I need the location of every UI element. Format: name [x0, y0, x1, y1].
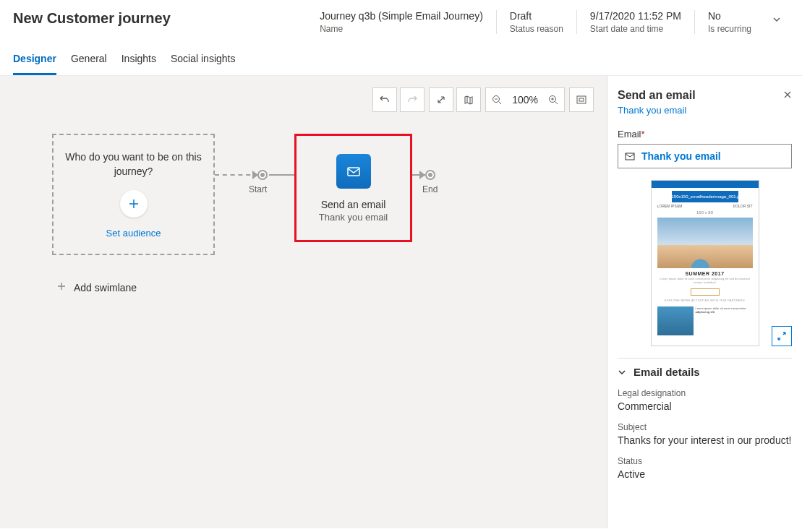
- header-expand-button[interactable]: [764, 10, 789, 32]
- tile-subtitle: Thank you email: [319, 212, 388, 223]
- tab-general[interactable]: General: [71, 47, 107, 75]
- panel-title-row: Send an email: [618, 89, 792, 102]
- panel-subtitle-link[interactable]: Thank you email: [618, 105, 792, 116]
- email-value: Thank you email: [641, 150, 721, 162]
- page-header: New Customer journey Journey q3b (Simple…: [0, 0, 802, 40]
- meta-start-date: 9/17/2020 11:52 PM Start date and time: [576, 10, 694, 34]
- add-audience-button[interactable]: [120, 190, 148, 218]
- end-label: End: [422, 184, 438, 194]
- meta-name: Journey q3b (Simple Email Journey) Name: [307, 10, 496, 34]
- email-lookup-field[interactable]: Thank you email: [618, 144, 792, 168]
- field-label-status: Status: [618, 456, 792, 466]
- email-icon-box: [336, 154, 371, 189]
- header-meta: Journey q3b (Simple Email Journey) Name …: [307, 10, 789, 34]
- close-icon: [783, 90, 792, 99]
- start-node[interactable]: [257, 170, 268, 180]
- tab-insights[interactable]: Insights: [121, 47, 156, 75]
- email-field-label: Email*: [618, 129, 792, 140]
- designer-canvas-container: 100% Who do you want to be on this journ…: [0, 76, 607, 528]
- expand-preview-button[interactable]: [772, 326, 792, 346]
- plus-icon: [56, 281, 67, 293]
- properties-panel: Send an email Thank you email Email* Tha…: [607, 76, 802, 528]
- tab-bar: Designer General Insights Social insight…: [0, 40, 802, 76]
- chevron-down-icon: [618, 368, 626, 377]
- tab-designer[interactable]: Designer: [13, 47, 56, 75]
- page-title: New Customer journey: [13, 10, 307, 27]
- email-details-section: Email details Legal designation Commerci…: [618, 358, 792, 480]
- send-email-tile[interactable]: Send an email Thank you email: [294, 134, 412, 242]
- field-label-subject: Subject: [618, 422, 792, 432]
- field-value-status: Active: [618, 468, 792, 480]
- svg-rect-4: [348, 168, 359, 176]
- add-swimlane-button[interactable]: Add swimlane: [56, 281, 137, 293]
- connector-dashed: [215, 174, 258, 176]
- tab-social-insights[interactable]: Social insights: [171, 47, 236, 75]
- mail-icon: [346, 163, 362, 179]
- audience-placeholder[interactable]: Who do you want to be on this journey? S…: [52, 134, 215, 255]
- email-preview-wrap: 150x150_emailheaderimage_001.jpg LOREM I…: [618, 180, 792, 346]
- audience-question: Who do you want to be on this journey?: [62, 150, 205, 179]
- email-details-toggle[interactable]: Email details: [618, 366, 792, 378]
- canvas[interactable]: Who do you want to be on this journey? S…: [0, 76, 607, 192]
- mail-icon: [624, 150, 636, 162]
- field-value-legal: Commercial: [618, 400, 792, 412]
- meta-status: Draft Status reason: [496, 10, 576, 34]
- add-swimlane-label: Add swimlane: [74, 282, 137, 293]
- expand-icon: [777, 331, 787, 341]
- close-panel-button[interactable]: [783, 90, 792, 101]
- field-label-legal: Legal designation: [618, 388, 792, 398]
- panel-title: Send an email: [618, 89, 696, 102]
- chevron-down-icon: [772, 14, 782, 25]
- arrowhead-icon: [419, 171, 425, 179]
- plus-icon: [127, 197, 140, 210]
- meta-recurring: No Is recurring: [694, 10, 764, 34]
- start-label: Start: [249, 184, 267, 194]
- email-preview-thumbnail: 150x150_emailheaderimage_001.jpg LOREM I…: [651, 180, 759, 346]
- set-audience-link[interactable]: Set audience: [106, 228, 161, 239]
- required-asterisk: *: [641, 129, 645, 140]
- tile-title: Send an email: [321, 199, 386, 210]
- end-node[interactable]: [425, 170, 435, 180]
- field-value-subject: Thanks for your interest in our product!: [618, 434, 792, 446]
